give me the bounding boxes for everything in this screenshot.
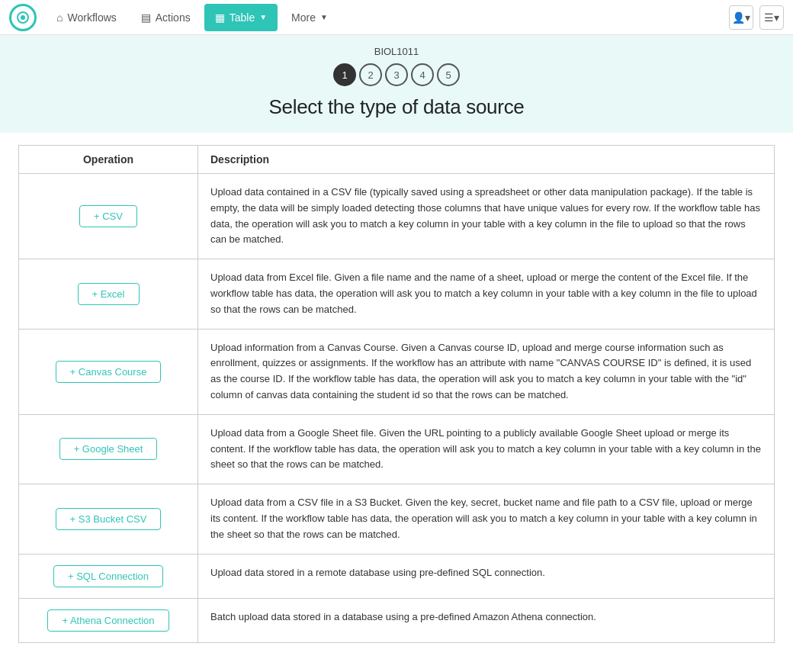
content-header: BIOL1011 1 2 3 4 5 Select the type of da… <box>0 35 793 133</box>
step-5[interactable]: 5 <box>437 63 460 86</box>
more-label: More <box>291 11 316 24</box>
step-4[interactable]: 4 <box>411 63 434 86</box>
actions-button[interactable]: ▤ Actions <box>130 4 201 31</box>
description-cell: Upload information from a Canvas Course.… <box>198 329 775 414</box>
actions-label: Actions <box>156 11 191 24</box>
operation-cell: + Google Sheet <box>19 414 198 484</box>
workflows-icon: ⌂ <box>56 11 63 24</box>
description-cell: Upload data from Excel file. Given a fil… <box>198 259 775 329</box>
operation-cell: + Excel <box>19 259 198 329</box>
step-1[interactable]: 1 <box>333 63 356 86</box>
navbar: ⌂ Workflows ▤ Actions ▦ Table ▼ More ▼ 👤… <box>0 0 793 35</box>
page-title: Select the type of data source <box>15 95 778 119</box>
navbar-right: 👤▾ ☰▾ <box>729 5 784 30</box>
table-dropdown-arrow: ▼ <box>259 13 267 21</box>
steps-indicator: 1 2 3 4 5 <box>15 63 778 86</box>
main-content: Operation Description + CSVUpload data c… <box>0 133 793 655</box>
user-menu-button[interactable]: 👤▾ <box>729 5 753 30</box>
description-cell: Upload data from a CSV file in a S3 Buck… <box>198 484 775 554</box>
workflows-label: Workflows <box>67 11 116 24</box>
app-logo <box>9 4 37 31</box>
data-source-table: Operation Description + CSVUpload data c… <box>18 145 775 643</box>
table-row: + Canvas CourseUpload information from a… <box>19 329 775 414</box>
op-button-5[interactable]: + SQL Connection <box>53 565 163 587</box>
op-button-1[interactable]: + Excel <box>78 283 140 305</box>
step-2[interactable]: 2 <box>359 63 382 86</box>
description-cell: Upload data stored in a remote database … <box>198 554 775 598</box>
table-row: + Athena ConnectionBatch upload data sto… <box>19 598 775 642</box>
table-header-row: Operation Description <box>19 146 775 174</box>
table-label: Table <box>230 11 255 24</box>
settings-icon: ☰▾ <box>764 11 779 24</box>
logo-dot <box>21 15 25 20</box>
table-row: + CSVUpload data contained in a CSV file… <box>19 174 775 259</box>
col-header-operation: Operation <box>19 146 198 174</box>
settings-menu-button[interactable]: ☰▾ <box>759 5 784 30</box>
operation-cell: + Canvas Course <box>19 329 198 414</box>
table-row: + S3 Bucket CSVUpload data from a CSV fi… <box>19 484 775 554</box>
table-icon: ▦ <box>215 11 225 24</box>
workflows-button[interactable]: ⌂ Workflows <box>46 4 127 31</box>
op-button-3[interactable]: + Google Sheet <box>59 438 158 460</box>
op-button-2[interactable]: + Canvas Course <box>56 361 162 383</box>
actions-icon: ▤ <box>141 11 151 24</box>
op-button-4[interactable]: + S3 Bucket CSV <box>56 508 162 530</box>
more-button[interactable]: More ▼ <box>281 4 339 31</box>
operation-cell: + SQL Connection <box>19 554 198 598</box>
user-icon: 👤▾ <box>732 11 750 24</box>
operation-cell: + S3 Bucket CSV <box>19 484 198 554</box>
operation-cell: + Athena Connection <box>19 598 198 642</box>
workflow-name: BIOL1011 <box>15 46 778 57</box>
description-cell: Upload data from a Google Sheet file. Gi… <box>198 414 775 484</box>
col-header-description: Description <box>198 146 775 174</box>
description-cell: Batch upload data stored in a database u… <box>198 598 775 642</box>
logo-inner <box>17 11 29 24</box>
table-row: + Google SheetUpload data from a Google … <box>19 414 775 484</box>
operation-cell: + CSV <box>19 174 198 259</box>
op-button-6[interactable]: + Athena Connection <box>47 609 169 632</box>
table-button[interactable]: ▦ Table ▼ <box>204 4 278 31</box>
table-row: + ExcelUpload data from Excel file. Give… <box>19 259 775 329</box>
more-dropdown-arrow: ▼ <box>320 13 328 21</box>
description-cell: Upload data contained in a CSV file (typ… <box>198 174 775 259</box>
op-button-0[interactable]: + CSV <box>79 205 137 227</box>
table-row: + SQL ConnectionUpload data stored in a … <box>19 554 775 598</box>
step-3[interactable]: 3 <box>385 63 408 86</box>
